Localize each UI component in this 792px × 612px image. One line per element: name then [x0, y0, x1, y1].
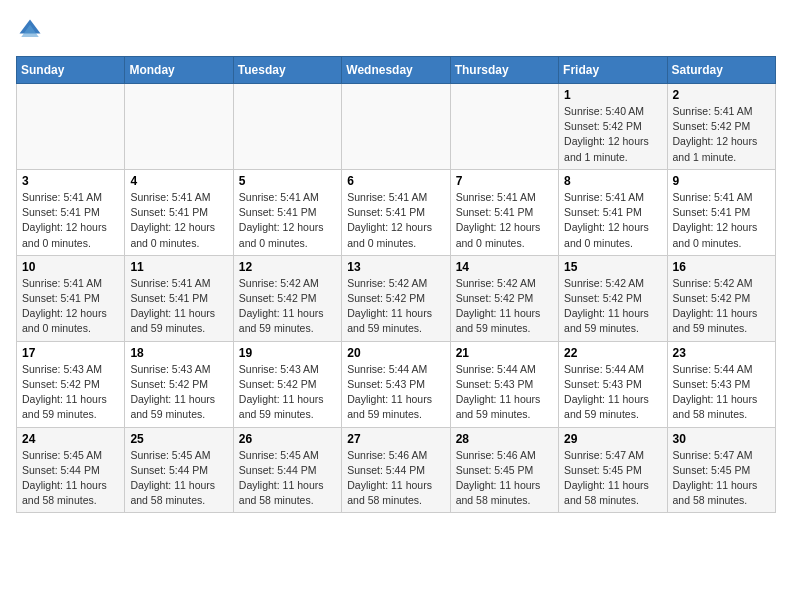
day-info: Sunrise: 5:42 AM Sunset: 5:42 PM Dayligh… [564, 277, 649, 335]
calendar-cell: 17Sunrise: 5:43 AM Sunset: 5:42 PM Dayli… [17, 341, 125, 427]
day-info: Sunrise: 5:45 AM Sunset: 5:44 PM Dayligh… [239, 449, 324, 507]
calendar-cell [17, 84, 125, 170]
calendar-cell: 19Sunrise: 5:43 AM Sunset: 5:42 PM Dayli… [233, 341, 341, 427]
day-info: Sunrise: 5:41 AM Sunset: 5:42 PM Dayligh… [673, 105, 758, 163]
calendar-cell: 22Sunrise: 5:44 AM Sunset: 5:43 PM Dayli… [559, 341, 667, 427]
col-header-friday: Friday [559, 57, 667, 84]
calendar-cell: 27Sunrise: 5:46 AM Sunset: 5:44 PM Dayli… [342, 427, 450, 513]
calendar-cell: 28Sunrise: 5:46 AM Sunset: 5:45 PM Dayli… [450, 427, 558, 513]
logo [16, 16, 48, 44]
day-info: Sunrise: 5:41 AM Sunset: 5:41 PM Dayligh… [130, 277, 215, 335]
col-header-tuesday: Tuesday [233, 57, 341, 84]
calendar-cell: 9Sunrise: 5:41 AM Sunset: 5:41 PM Daylig… [667, 169, 775, 255]
calendar-cell: 21Sunrise: 5:44 AM Sunset: 5:43 PM Dayli… [450, 341, 558, 427]
day-info: Sunrise: 5:42 AM Sunset: 5:42 PM Dayligh… [456, 277, 541, 335]
day-number: 14 [456, 260, 553, 274]
calendar-cell [342, 84, 450, 170]
day-info: Sunrise: 5:44 AM Sunset: 5:43 PM Dayligh… [347, 363, 432, 421]
day-info: Sunrise: 5:41 AM Sunset: 5:41 PM Dayligh… [130, 191, 215, 249]
day-number: 26 [239, 432, 336, 446]
calendar-cell: 12Sunrise: 5:42 AM Sunset: 5:42 PM Dayli… [233, 255, 341, 341]
day-number: 17 [22, 346, 119, 360]
day-number: 8 [564, 174, 661, 188]
calendar-cell: 13Sunrise: 5:42 AM Sunset: 5:42 PM Dayli… [342, 255, 450, 341]
calendar-cell: 29Sunrise: 5:47 AM Sunset: 5:45 PM Dayli… [559, 427, 667, 513]
calendar-cell: 4Sunrise: 5:41 AM Sunset: 5:41 PM Daylig… [125, 169, 233, 255]
day-info: Sunrise: 5:40 AM Sunset: 5:42 PM Dayligh… [564, 105, 649, 163]
day-number: 13 [347, 260, 444, 274]
day-number: 10 [22, 260, 119, 274]
calendar-table: SundayMondayTuesdayWednesdayThursdayFrid… [16, 56, 776, 513]
calendar-week-row: 3Sunrise: 5:41 AM Sunset: 5:41 PM Daylig… [17, 169, 776, 255]
day-number: 12 [239, 260, 336, 274]
day-info: Sunrise: 5:47 AM Sunset: 5:45 PM Dayligh… [673, 449, 758, 507]
day-number: 23 [673, 346, 770, 360]
day-info: Sunrise: 5:44 AM Sunset: 5:43 PM Dayligh… [673, 363, 758, 421]
calendar-cell [125, 84, 233, 170]
day-info: Sunrise: 5:43 AM Sunset: 5:42 PM Dayligh… [130, 363, 215, 421]
calendar-cell: 11Sunrise: 5:41 AM Sunset: 5:41 PM Dayli… [125, 255, 233, 341]
day-number: 18 [130, 346, 227, 360]
calendar-cell: 3Sunrise: 5:41 AM Sunset: 5:41 PM Daylig… [17, 169, 125, 255]
calendar-cell: 2Sunrise: 5:41 AM Sunset: 5:42 PM Daylig… [667, 84, 775, 170]
calendar-week-row: 17Sunrise: 5:43 AM Sunset: 5:42 PM Dayli… [17, 341, 776, 427]
day-number: 11 [130, 260, 227, 274]
calendar-cell: 1Sunrise: 5:40 AM Sunset: 5:42 PM Daylig… [559, 84, 667, 170]
calendar-week-row: 10Sunrise: 5:41 AM Sunset: 5:41 PM Dayli… [17, 255, 776, 341]
day-info: Sunrise: 5:42 AM Sunset: 5:42 PM Dayligh… [239, 277, 324, 335]
calendar-cell: 20Sunrise: 5:44 AM Sunset: 5:43 PM Dayli… [342, 341, 450, 427]
page-header [16, 16, 776, 44]
day-info: Sunrise: 5:41 AM Sunset: 5:41 PM Dayligh… [22, 191, 107, 249]
day-info: Sunrise: 5:44 AM Sunset: 5:43 PM Dayligh… [456, 363, 541, 421]
calendar-cell: 30Sunrise: 5:47 AM Sunset: 5:45 PM Dayli… [667, 427, 775, 513]
calendar-cell: 24Sunrise: 5:45 AM Sunset: 5:44 PM Dayli… [17, 427, 125, 513]
logo-icon [16, 16, 44, 44]
day-info: Sunrise: 5:45 AM Sunset: 5:44 PM Dayligh… [130, 449, 215, 507]
col-header-saturday: Saturday [667, 57, 775, 84]
day-number: 21 [456, 346, 553, 360]
calendar-cell: 23Sunrise: 5:44 AM Sunset: 5:43 PM Dayli… [667, 341, 775, 427]
day-info: Sunrise: 5:41 AM Sunset: 5:41 PM Dayligh… [347, 191, 432, 249]
calendar-cell: 6Sunrise: 5:41 AM Sunset: 5:41 PM Daylig… [342, 169, 450, 255]
day-info: Sunrise: 5:41 AM Sunset: 5:41 PM Dayligh… [22, 277, 107, 335]
calendar-cell: 15Sunrise: 5:42 AM Sunset: 5:42 PM Dayli… [559, 255, 667, 341]
calendar-cell [450, 84, 558, 170]
day-number: 20 [347, 346, 444, 360]
day-number: 27 [347, 432, 444, 446]
day-number: 30 [673, 432, 770, 446]
day-number: 3 [22, 174, 119, 188]
day-number: 29 [564, 432, 661, 446]
calendar-cell: 7Sunrise: 5:41 AM Sunset: 5:41 PM Daylig… [450, 169, 558, 255]
day-number: 19 [239, 346, 336, 360]
day-number: 2 [673, 88, 770, 102]
day-info: Sunrise: 5:47 AM Sunset: 5:45 PM Dayligh… [564, 449, 649, 507]
calendar-week-row: 1Sunrise: 5:40 AM Sunset: 5:42 PM Daylig… [17, 84, 776, 170]
calendar-week-row: 24Sunrise: 5:45 AM Sunset: 5:44 PM Dayli… [17, 427, 776, 513]
day-info: Sunrise: 5:45 AM Sunset: 5:44 PM Dayligh… [22, 449, 107, 507]
day-number: 28 [456, 432, 553, 446]
day-info: Sunrise: 5:43 AM Sunset: 5:42 PM Dayligh… [22, 363, 107, 421]
day-number: 7 [456, 174, 553, 188]
day-number: 5 [239, 174, 336, 188]
calendar-cell: 14Sunrise: 5:42 AM Sunset: 5:42 PM Dayli… [450, 255, 558, 341]
day-info: Sunrise: 5:46 AM Sunset: 5:45 PM Dayligh… [456, 449, 541, 507]
day-info: Sunrise: 5:46 AM Sunset: 5:44 PM Dayligh… [347, 449, 432, 507]
day-info: Sunrise: 5:42 AM Sunset: 5:42 PM Dayligh… [673, 277, 758, 335]
day-number: 25 [130, 432, 227, 446]
day-number: 1 [564, 88, 661, 102]
day-info: Sunrise: 5:41 AM Sunset: 5:41 PM Dayligh… [564, 191, 649, 249]
calendar-cell: 5Sunrise: 5:41 AM Sunset: 5:41 PM Daylig… [233, 169, 341, 255]
day-number: 6 [347, 174, 444, 188]
day-number: 22 [564, 346, 661, 360]
calendar-cell [233, 84, 341, 170]
calendar-cell: 18Sunrise: 5:43 AM Sunset: 5:42 PM Dayli… [125, 341, 233, 427]
day-number: 24 [22, 432, 119, 446]
day-number: 9 [673, 174, 770, 188]
calendar-cell: 26Sunrise: 5:45 AM Sunset: 5:44 PM Dayli… [233, 427, 341, 513]
day-info: Sunrise: 5:41 AM Sunset: 5:41 PM Dayligh… [239, 191, 324, 249]
calendar-cell: 8Sunrise: 5:41 AM Sunset: 5:41 PM Daylig… [559, 169, 667, 255]
day-info: Sunrise: 5:41 AM Sunset: 5:41 PM Dayligh… [673, 191, 758, 249]
col-header-sunday: Sunday [17, 57, 125, 84]
day-number: 4 [130, 174, 227, 188]
day-info: Sunrise: 5:41 AM Sunset: 5:41 PM Dayligh… [456, 191, 541, 249]
